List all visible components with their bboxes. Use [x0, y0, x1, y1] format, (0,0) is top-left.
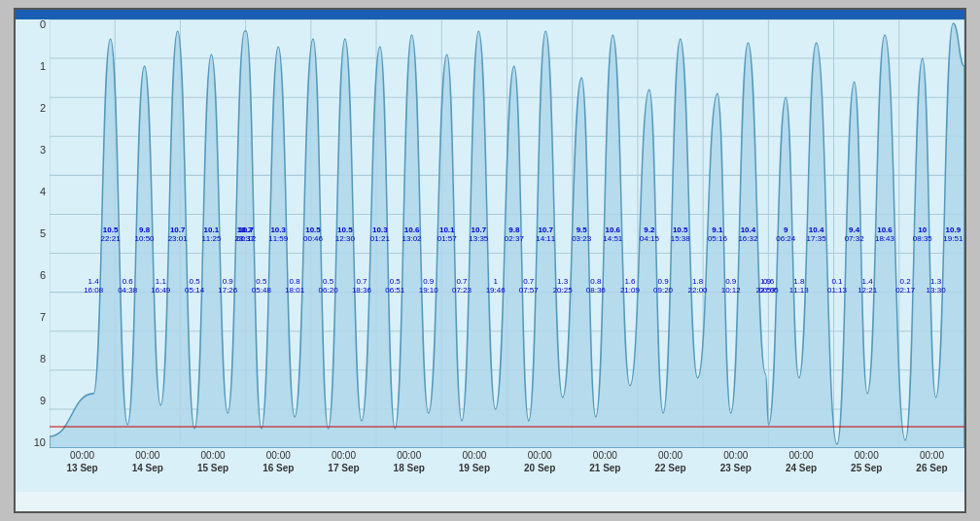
y-axis-label: 0 [18, 19, 46, 30]
x-label-group: 00:0023 Sep [703, 448, 768, 492]
high-tide-label: 10.111:25 [201, 226, 221, 244]
x-label-group: 00:0014 Sep [115, 448, 180, 492]
low-tide-label: 1.320:25 [553, 277, 573, 295]
high-tide-label: 10.301:21 [370, 226, 390, 244]
x-time: 00:00 [855, 450, 879, 461]
low-tide-label: 0.707:23 [452, 277, 472, 295]
low-tide-label: 1.412:21 [858, 277, 877, 295]
y-axis-label: 8 [18, 354, 46, 365]
high-tide-label: 10.417:35 [807, 226, 826, 244]
high-tide-label: 10.723:01 [168, 226, 188, 244]
low-tide-label: 0.600:05 [759, 277, 779, 295]
x-label-group: 00:0022 Sep [638, 448, 703, 492]
grid-area: 1.416:0810.522:210.604:389.810:501.116:4… [50, 19, 964, 448]
low-tide-label: 0.808:36 [586, 277, 606, 295]
y-axis: 109876543210 [16, 19, 50, 448]
low-tide-label: 1.313:30 [927, 277, 946, 295]
x-date: 14 Sep [132, 463, 163, 473]
x-label-group: 00:0016 Sep [246, 448, 311, 492]
y-axis-label: 7 [18, 312, 46, 323]
x-date: 18 Sep [394, 463, 425, 473]
x-label-group: 00:0024 Sep [768, 448, 833, 492]
low-tide-label: 0.604:38 [118, 277, 137, 295]
high-tide-label: 10.311:59 [268, 226, 288, 244]
low-tide-label: 1.416:08 [84, 277, 103, 295]
high-tide-label: 10.919:51 [943, 226, 962, 244]
x-label-group: 00:0018 Sep [376, 448, 441, 492]
high-tide-label: 10.512:30 [335, 226, 355, 244]
x-time: 00:00 [658, 450, 682, 461]
low-tide-label: 1.621:09 [620, 277, 640, 295]
low-tide-label: 0.506:51 [385, 277, 404, 295]
high-tide-label: 9.407:32 [845, 226, 864, 244]
x-date: 13 Sep [66, 463, 97, 473]
high-tide-label: 10.700:12 [236, 226, 256, 244]
x-label-group: 00:0026 Sep [899, 448, 964, 492]
low-tide-label: 0.818:01 [285, 277, 304, 295]
x-time: 00:00 [462, 450, 486, 461]
high-tide-label: 906:24 [776, 226, 795, 244]
high-tide-label: 9.810:50 [135, 226, 155, 244]
low-tide-label: 0.707:57 [519, 277, 539, 295]
low-tide-label: 0.202:17 [895, 277, 915, 295]
high-tide-label: 10.500:46 [303, 226, 323, 244]
y-axis-label: 9 [18, 396, 46, 406]
y-axis-label: 4 [18, 187, 46, 197]
x-time: 00:00 [789, 450, 814, 461]
x-time: 00:00 [266, 450, 291, 461]
high-tide-label: 10.522:21 [101, 226, 121, 244]
high-tide-label: 10.515:38 [671, 226, 690, 244]
high-tide-label: 10.713:35 [469, 226, 488, 244]
x-date: 22 Sep [654, 463, 685, 473]
low-tide-label: 0.718:36 [352, 277, 371, 295]
x-date: 16 Sep [262, 463, 294, 473]
x-time: 00:00 [723, 450, 748, 461]
x-date: 23 Sep [720, 463, 752, 473]
low-tide-label: 0.917:26 [218, 277, 237, 295]
y-axis-label: 6 [18, 270, 46, 281]
high-tide-label: 9.204:15 [640, 226, 659, 244]
x-date: 25 Sep [851, 463, 882, 473]
chart-container: 109876543210 1.416:0810.522:210.604:389.… [14, 8, 966, 513]
x-label-group: 00:0025 Sep [834, 448, 899, 492]
x-date: 19 Sep [459, 463, 490, 473]
low-tide-label: 0.909:20 [653, 277, 673, 295]
high-tide-label: 9.802:37 [505, 226, 524, 244]
x-time: 00:00 [201, 450, 226, 461]
low-tide-label: 1.116:49 [151, 277, 170, 295]
chart-body: 109876543210 1.416:0810.522:210.604:389.… [16, 19, 964, 492]
low-tide-label: 0.506:20 [319, 277, 338, 295]
y-axis-label: 10 [18, 437, 46, 448]
high-tide-label: 10.614:51 [603, 226, 622, 244]
high-tide-label: 9.105:16 [708, 226, 727, 244]
high-tide-label: 10.613:02 [402, 226, 422, 244]
low-tide-label: 1.811:13 [789, 277, 809, 295]
x-time: 00:00 [70, 450, 94, 461]
x-label-group: 00:0020 Sep [508, 448, 573, 492]
x-label-group: 00:0019 Sep [441, 448, 507, 492]
y-axis-label: 2 [18, 103, 46, 114]
x-time: 00:00 [397, 450, 421, 461]
x-date: 17 Sep [328, 463, 359, 473]
high-tide-label: 10.101:57 [438, 226, 457, 244]
y-axis-label: 3 [18, 145, 46, 156]
x-time: 00:00 [920, 450, 944, 461]
x-date: 26 Sep [916, 463, 947, 473]
x-date: 15 Sep [197, 463, 228, 473]
low-tide-label: 0.505:14 [185, 277, 204, 295]
x-date: 20 Sep [524, 463, 555, 473]
x-label-group: 00:0013 Sep [50, 448, 115, 492]
x-time: 00:00 [332, 450, 356, 461]
x-time: 00:00 [593, 450, 617, 461]
y-axis-label: 5 [18, 228, 46, 239]
x-label-group: 00:0021 Sep [573, 448, 638, 492]
x-date: 21 Sep [589, 463, 620, 473]
low-tide-label: 0.101:13 [827, 277, 847, 295]
high-tide-label: 10.416:32 [738, 226, 757, 244]
x-date: 24 Sep [786, 463, 817, 473]
low-tide-label: 0.910:12 [721, 277, 741, 295]
high-tide-label: 10.714:11 [536, 226, 555, 244]
low-tide-label: 0.505:48 [252, 277, 271, 295]
low-tide-label: 119:46 [486, 277, 506, 295]
x-axis: 00:0013 Sep00:0014 Sep00:0015 Sep00:0016… [50, 448, 964, 492]
